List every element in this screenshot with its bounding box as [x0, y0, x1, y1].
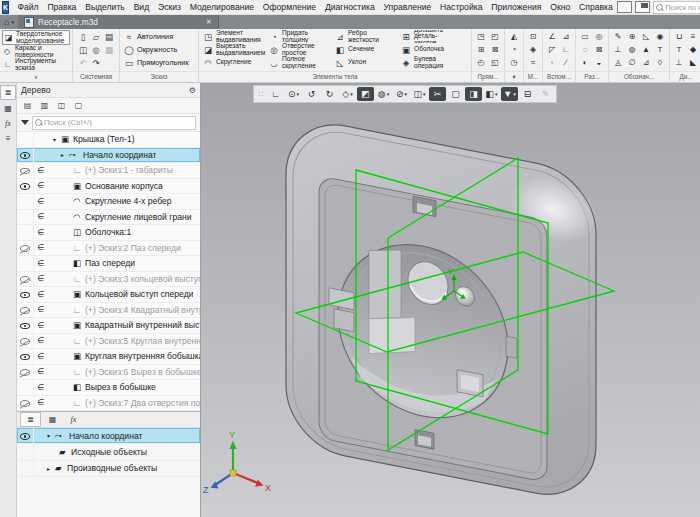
- expander-icon[interactable]: [47, 465, 55, 472]
- viewport-tool-button[interactable]: ◩: [357, 87, 374, 101]
- tree-row[interactable]: ∟ (+) Эскиз:6 Вырез в бобышке: [17, 365, 200, 381]
- body-tool-button[interactable]: ◪ Вырезать выдавливанием: [201, 43, 267, 56]
- visibility-toggle[interactable]: [17, 334, 34, 349]
- tree-row[interactable]: ▣ Основание корпуса: [17, 179, 200, 195]
- visibility-toggle[interactable]: [17, 256, 34, 271]
- ribbon-tool-icon[interactable]: ◷: [507, 56, 521, 69]
- viewport-tool-button[interactable]: ⊘: [393, 87, 410, 101]
- ribbon-tool-icon[interactable]: ◈: [526, 43, 540, 56]
- viewport-tool-button[interactable]: ⊟: [519, 87, 536, 101]
- ribbon-tool-icon[interactable]: ⊥: [611, 43, 625, 56]
- menu-item[interactable]: Диагностика: [321, 0, 380, 14]
- panel-switch-icon[interactable]: ▦: [1, 102, 15, 115]
- workspace-mode-button[interactable]: ◪ Твердотельное моделирование: [2, 30, 70, 45]
- ribbon-tool-icon[interactable]: ≡: [686, 30, 700, 43]
- menu-item[interactable]: Настройка: [436, 0, 487, 14]
- tree-row[interactable]: ◫ Оболочка:1: [17, 225, 200, 241]
- subpanel-tab[interactable]: fx: [64, 413, 83, 426]
- viewport-tool-button[interactable]: ◇: [339, 87, 356, 101]
- system-tool-icon[interactable]: ◫: [77, 43, 90, 56]
- tree-row[interactable]: ∟ (+) Эскиз:4 Квадратный внутренний в: [17, 303, 200, 319]
- ribbon-tool-icon[interactable]: ◰: [488, 30, 502, 43]
- tree-row[interactable]: ▣ Круглая внутренняя бобышка: [17, 349, 200, 365]
- panel-switch-icon[interactable]: ≣: [0, 85, 16, 100]
- visibility-toggle[interactable]: [17, 241, 34, 256]
- menu-item[interactable]: Выделить: [81, 0, 129, 14]
- viewport-tool-button[interactable]: ✎: [537, 87, 554, 101]
- visibility-toggle[interactable]: [17, 148, 34, 163]
- ribbon-tool-icon[interactable]: ∟: [559, 43, 573, 56]
- body-tool-button[interactable]: ◧ Сечение: [333, 43, 399, 56]
- menu-item[interactable]: Файл: [13, 0, 43, 14]
- tree-row[interactable]: ⌐• Начало координат: [17, 148, 200, 164]
- system-tool-icon[interactable]: ◎: [90, 43, 103, 56]
- gear-icon[interactable]: ⚙: [189, 86, 196, 95]
- tree-toolbar-icon[interactable]: ▢: [71, 99, 86, 112]
- command-search-input[interactable]: [665, 3, 700, 12]
- visibility-toggle[interactable]: [17, 225, 34, 240]
- visibility-toggle[interactable]: [17, 396, 34, 411]
- workspace-mode-button[interactable]: ∟ Инструменты эскиза: [2, 58, 70, 71]
- ribbon-tool-icon[interactable]: ◳: [474, 30, 488, 43]
- menu-item[interactable]: Моделирование: [185, 0, 258, 14]
- viewport-tool-button[interactable]: ◨: [465, 87, 482, 101]
- system-tool-icon[interactable]: ↷: [90, 56, 103, 69]
- ribbon-tool-icon[interactable]: ◒: [592, 56, 606, 69]
- ribbon-tool-icon[interactable]: ◉: [653, 30, 667, 43]
- system-tool-icon[interactable]: ▯: [77, 30, 90, 43]
- ribbon-tool-icon[interactable]: ⊔: [672, 30, 686, 43]
- model-canvas[interactable]: Y Y X Z: [201, 83, 700, 517]
- visibility-toggle[interactable]: [17, 287, 34, 302]
- tree-row[interactable]: ▣ Крышка (Тел-1): [17, 132, 200, 148]
- ribbon-tool-icon[interactable]: ∠: [545, 30, 559, 43]
- visibility-toggle[interactable]: [17, 163, 34, 178]
- system-tool-icon[interactable]: ▤: [103, 30, 116, 43]
- sketch-tool-button[interactable]: ◯ Окружность: [122, 43, 196, 56]
- tree-row[interactable]: ∟ (+) Эскиз:5 Круглая внутренняя боб: [17, 334, 200, 350]
- subpanel-tab[interactable]: ▦: [43, 413, 62, 426]
- menu-item[interactable]: Правка: [43, 0, 81, 14]
- filter-icon[interactable]: [21, 120, 29, 125]
- visibility-toggle[interactable]: [17, 303, 34, 318]
- ribbon-tool-icon[interactable]: ◊: [653, 56, 667, 69]
- tab-close-icon[interactable]: ✕: [206, 18, 212, 26]
- ribbon-tool-icon[interactable]: ◸: [545, 43, 559, 56]
- workspace-mode-button[interactable]: ◇ Каркас и поверхности: [2, 45, 70, 58]
- presentation-mode-icon[interactable]: [635, 1, 650, 13]
- viewport-tool-button[interactable]: ◫: [411, 87, 428, 101]
- body-tool-button[interactable]: ▣ Оболочка: [399, 43, 465, 56]
- expander-icon[interactable]: [61, 151, 69, 158]
- panel-switch-icon[interactable]: fx: [1, 117, 15, 130]
- ribbon-tool-icon[interactable]: ▲: [639, 43, 653, 56]
- tree-row[interactable]: ◠ Скругление 4-х ребер: [17, 194, 200, 210]
- viewport-tool-button[interactable]: ◧: [483, 87, 500, 101]
- sketch-tool-button[interactable]: ▭ Прямоугольник: [122, 56, 196, 69]
- panel-switch-icon[interactable]: ≡: [1, 132, 15, 145]
- tree-row[interactable]: ◧ Вырез в бобышке: [17, 380, 200, 396]
- tree-toolbar-icon[interactable]: ▤: [20, 99, 35, 112]
- tree-search-input[interactable]: [44, 118, 193, 127]
- viewport-tool-button[interactable]: ✂: [429, 87, 446, 101]
- viewport-tool-button[interactable]: ∟: [267, 87, 284, 101]
- visibility-toggle[interactable]: [17, 194, 34, 209]
- visibility-toggle[interactable]: [17, 210, 34, 225]
- menu-item[interactable]: Оформление: [258, 0, 320, 14]
- document-tab[interactable]: Receptacle.m3d ✕: [18, 15, 219, 29]
- ribbon-collapse-chevron[interactable]: [0, 71, 72, 82]
- body-tool-button[interactable]: ⊿ Ребро жесткости: [333, 30, 399, 43]
- ribbon-tool-icon[interactable]: ◆: [686, 43, 700, 56]
- menu-item[interactable]: Управление: [379, 0, 436, 14]
- ribbon-tool-icon[interactable]: ⊞: [474, 43, 488, 56]
- ribbon-tool-icon[interactable]: ⊠: [488, 43, 502, 56]
- home-button[interactable]: ⌂ ▾: [0, 15, 18, 29]
- tree-row[interactable]: ▰ Производные объекты: [17, 461, 200, 477]
- windows-layout-icon[interactable]: [617, 1, 632, 13]
- ribbon-tool-icon[interactable]: ⊿: [559, 30, 573, 43]
- ribbon-tool-icon[interactable]: T: [672, 43, 686, 56]
- sketch-tool-button[interactable]: ≈ Автолиния: [122, 30, 196, 43]
- body-tool-button[interactable]: ◎ Отверстие простое: [267, 43, 333, 56]
- visibility-toggle[interactable]: [17, 318, 34, 333]
- tree-row[interactable]: ∟ (+) Эскиз:7 Два отверстия под вилку: [17, 396, 200, 412]
- ribbon-tool-icon[interactable]: ◭: [507, 30, 521, 43]
- ribbon-tool-icon[interactable]: ◔: [507, 43, 521, 56]
